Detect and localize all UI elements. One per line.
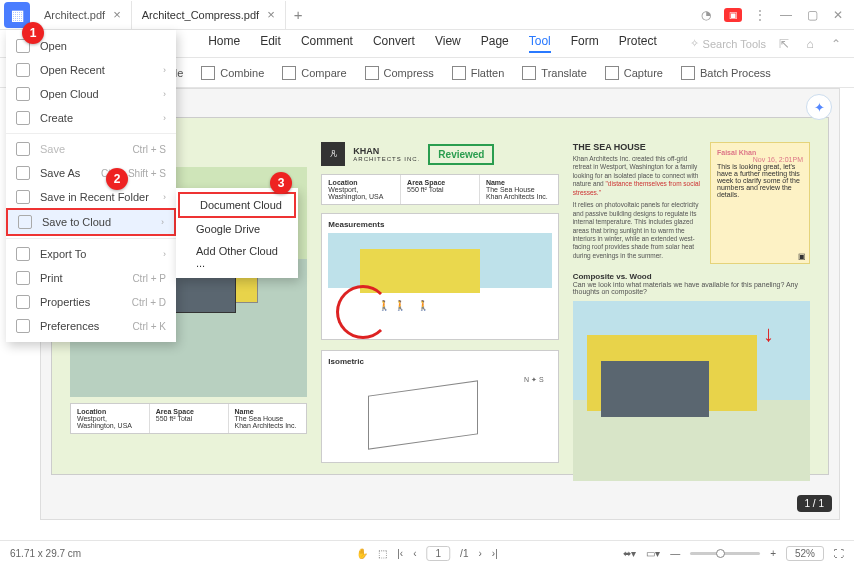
compare-icon <box>282 66 296 80</box>
collapse-icon[interactable]: ⌃ <box>828 36 844 52</box>
chevron-right-icon: › <box>163 249 166 259</box>
tab-label: Architect.pdf <box>44 9 105 21</box>
comment-note[interactable]: Faisal KhanNov 16, 2:01PM This is lookin… <box>710 142 810 264</box>
tab-architect[interactable]: Architect.pdf× <box>34 1 132 29</box>
col-right: THE SEA HOUSE Khan Architects Inc. creat… <box>573 142 810 450</box>
submenu-add-other-cloud[interactable]: Add Other Cloud ... <box>176 240 298 274</box>
reviewed-stamp: Reviewed <box>428 144 494 165</box>
tool-batch[interactable]: Batch Process <box>681 66 771 80</box>
submenu-document-cloud[interactable]: Document Cloud <box>178 192 296 218</box>
menu-save-as[interactable]: Save AsCtrl + Shift + S <box>6 161 176 185</box>
menu-preferences[interactable]: PreferencesCtrl + K <box>6 314 176 338</box>
hand-tool-icon[interactable]: ✋ <box>356 548 368 559</box>
select-tool-icon[interactable]: ⬚ <box>378 548 387 559</box>
share-icon[interactable]: ⇱ <box>776 36 792 52</box>
zoom-slider[interactable] <box>690 552 760 555</box>
next-page-icon[interactable]: › <box>478 548 481 559</box>
cloud-icon[interactable]: ⌂ <box>802 36 818 52</box>
menu-convert[interactable]: Convert <box>373 34 415 53</box>
compress-icon <box>365 66 379 80</box>
menu-export[interactable]: Export To› <box>6 242 176 266</box>
tab-compress[interactable]: Architect_Compress.pdf× <box>132 1 286 29</box>
menu-form[interactable]: Form <box>571 34 599 53</box>
user-icon[interactable]: ◔ <box>698 7 714 23</box>
menu-page[interactable]: Page <box>481 34 509 53</box>
tool-compress[interactable]: Compress <box>365 66 434 80</box>
translate-icon <box>522 66 536 80</box>
zoom-in-icon[interactable]: + <box>770 548 776 559</box>
menu-create[interactable]: Create› <box>6 106 176 130</box>
callout-badge-2: 2 <box>106 168 128 190</box>
zoom-value[interactable]: 52% <box>786 546 824 561</box>
compass-icon: N ✦ S <box>524 376 544 384</box>
page-indicator-pill[interactable]: 1 / 1 <box>797 495 832 512</box>
view-mode-icon[interactable]: ▭▾ <box>646 548 660 559</box>
menu-protect[interactable]: Protect <box>619 34 657 53</box>
tool-translate[interactable]: Translate <box>522 66 586 80</box>
chevron-right-icon: › <box>163 192 166 202</box>
saveas-icon <box>16 166 30 180</box>
menu-home[interactable]: Home <box>208 34 240 53</box>
maximize-icon[interactable]: ▢ <box>804 7 820 23</box>
menu-save-recent-folder[interactable]: Save in Recent Folder› <box>6 185 176 209</box>
menu-print[interactable]: PrintCtrl + P <box>6 266 176 290</box>
flatten-icon <box>452 66 466 80</box>
more-icon[interactable]: ⋮ <box>752 7 768 23</box>
close-icon[interactable]: × <box>113 7 121 22</box>
note-expand-icon[interactable]: ▣ <box>798 252 806 261</box>
file-dropdown: Open Open Recent› Open Cloud› Create› Sa… <box>6 30 176 342</box>
fit-width-icon[interactable]: ⬌▾ <box>623 548 636 559</box>
cloud-icon <box>16 87 30 101</box>
elevation-drawing: 🚶🚶 🚶 <box>328 233 551 333</box>
measurements-panel: Measurements 🚶🚶 🚶 <box>321 213 558 340</box>
khan-logo: 凡 <box>321 142 345 166</box>
chevron-right-icon: › <box>163 89 166 99</box>
page-dimensions: 61.71 x 29.7 cm <box>10 548 81 559</box>
menu-properties[interactable]: PropertiesCtrl + D <box>6 290 176 314</box>
zoom-knob[interactable] <box>716 549 725 558</box>
menu-open-cloud[interactable]: Open Cloud› <box>6 82 176 106</box>
folder-icon <box>16 190 30 204</box>
submenu-google-drive[interactable]: Google Drive <box>176 218 298 240</box>
fullscreen-icon[interactable]: ⛶ <box>834 548 844 559</box>
save-to-cloud-submenu: Document Cloud Google Drive Add Other Cl… <box>176 188 298 278</box>
tool-compare[interactable]: Compare <box>282 66 346 80</box>
last-page-icon[interactable]: ›| <box>492 548 498 559</box>
cloud-up-icon <box>18 215 32 229</box>
menu-open-recent[interactable]: Open Recent› <box>6 58 176 82</box>
new-tab-button[interactable]: + <box>286 6 311 23</box>
zoom-out-icon[interactable]: — <box>670 548 680 559</box>
notification-badge[interactable]: ▣ <box>724 8 742 22</box>
menu-view[interactable]: View <box>435 34 461 53</box>
gear-icon <box>16 319 30 333</box>
chevron-right-icon: › <box>163 113 166 123</box>
close-window-icon[interactable]: ✕ <box>830 7 846 23</box>
search-tools[interactable]: ✧ Search Tools <box>690 37 766 50</box>
recent-icon <box>16 63 30 77</box>
save-icon <box>16 142 30 156</box>
tab-label: Architect_Compress.pdf <box>142 9 259 21</box>
first-page-icon[interactable]: |‹ <box>397 548 403 559</box>
create-icon <box>16 111 30 125</box>
info-table-2: LocationWestport, Washington, USA Area S… <box>321 174 558 205</box>
col-middle: 凡 KHANARCHITECTS INC. Reviewed LocationW… <box>321 142 558 450</box>
tool-combine[interactable]: Combine <box>201 66 264 80</box>
combine-icon <box>201 66 215 80</box>
print-icon <box>16 271 30 285</box>
ai-assistant-button[interactable]: ✦ <box>806 94 832 120</box>
tool-flatten[interactable]: Flatten <box>452 66 505 80</box>
prev-page-icon[interactable]: ‹ <box>413 548 416 559</box>
info-icon <box>16 295 30 309</box>
menu-tool[interactable]: Tool <box>529 34 551 53</box>
separator <box>6 238 176 239</box>
minimize-icon[interactable]: — <box>778 7 794 23</box>
house-render-right: ↓ <box>573 301 810 481</box>
page-input[interactable]: 1 <box>427 546 451 561</box>
menu-comment[interactable]: Comment <box>301 34 353 53</box>
isometric-drawing: N ✦ S <box>328 370 551 456</box>
menu-save-to-cloud[interactable]: Save to Cloud› <box>6 208 176 236</box>
close-icon[interactable]: × <box>267 7 275 22</box>
tool-capture[interactable]: Capture <box>605 66 663 80</box>
menu-edit[interactable]: Edit <box>260 34 281 53</box>
isometric-panel: Isometric N ✦ S <box>321 350 558 463</box>
